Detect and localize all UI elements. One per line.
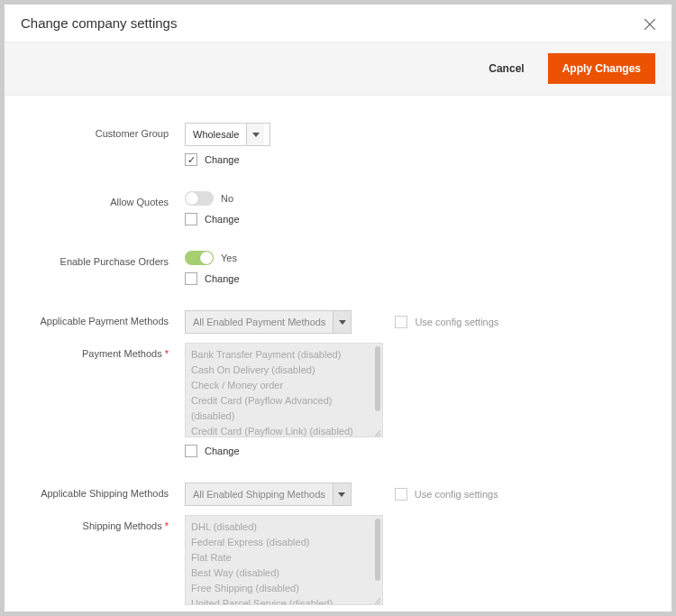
list-item[interactable]: Credit Card (Payflow Advanced) (disabled… <box>191 393 377 424</box>
payment-methods-listbox[interactable]: Bank Transfer Payment (disabled)Cash On … <box>185 343 383 437</box>
payment-use-config-checkbox[interactable] <box>395 316 407 328</box>
list-item[interactable]: Federal Express (disabled) <box>191 535 377 550</box>
list-item[interactable]: Credit Card (Payflow Link) (disabled) <box>191 424 377 437</box>
label-payment-methods: Payment Methods <box>23 343 185 359</box>
customer-group-change-checkbox[interactable] <box>185 153 197 166</box>
resize-handle[interactable] <box>373 595 382 604</box>
chevron-down-icon <box>246 124 264 145</box>
chevron-down-icon <box>333 311 351 333</box>
shipping-methods-items: DHL (disabled)Federal Express (disabled)… <box>186 516 382 605</box>
label-applicable-payment: Applicable Payment Methods <box>23 310 185 326</box>
payment-change-checkbox[interactable] <box>185 445 197 457</box>
allow-quotes-change-checkbox[interactable] <box>185 213 197 225</box>
list-item[interactable]: DHL (disabled) <box>191 519 377 535</box>
enable-po-state: Yes <box>221 253 237 263</box>
resize-handle[interactable] <box>373 428 382 437</box>
allow-quotes-toggle[interactable] <box>185 191 214 206</box>
shipping-methods-listbox[interactable]: DHL (disabled)Federal Express (disabled)… <box>185 515 383 605</box>
list-item[interactable]: United Parcel Service (disabled) <box>191 596 377 605</box>
enable-po-toggle[interactable] <box>185 251 214 265</box>
close-icon[interactable] <box>641 15 659 33</box>
form-body: Customer Group Wholesale Change <box>5 96 671 611</box>
customer-group-change-label: Change <box>205 154 240 165</box>
label-shipping-methods: Shipping Methods <box>23 515 185 531</box>
payment-use-config-label: Use config settings <box>415 317 498 327</box>
list-item[interactable]: Check / Money order <box>191 378 377 393</box>
list-item[interactable]: Flat Rate <box>191 550 377 565</box>
dialog-header: Change company settings <box>5 5 671 41</box>
scrollbar[interactable] <box>375 519 380 581</box>
applicable-shipping-value: All Enabled Shipping Methods <box>186 489 333 500</box>
list-item[interactable]: Bank Transfer Payment (disabled) <box>191 347 377 363</box>
enable-po-change-checkbox[interactable] <box>185 272 197 285</box>
payment-methods-items: Bank Transfer Payment (disabled)Cash On … <box>186 344 382 437</box>
label-applicable-shipping: Applicable Shipping Methods <box>23 483 185 499</box>
allow-quotes-state: No <box>221 193 233 204</box>
customer-group-select[interactable]: Wholesale <box>185 123 270 146</box>
chevron-down-icon <box>333 483 351 505</box>
cancel-button[interactable]: Cancel <box>483 61 529 76</box>
label-enable-po: Enable Purchase Orders <box>23 251 185 267</box>
payment-change-label: Change <box>205 446 240 456</box>
applicable-payment-select[interactable]: All Enabled Payment Methods <box>185 310 352 334</box>
dialog-title: Change company settings <box>21 15 177 31</box>
applicable-payment-value: All Enabled Payment Methods <box>186 317 333 327</box>
allow-quotes-change-label: Change <box>205 214 240 225</box>
company-settings-dialog: Change company settings Cancel Apply Cha… <box>5 5 671 611</box>
list-item[interactable]: Free Shipping (disabled) <box>191 581 377 596</box>
applicable-shipping-select[interactable]: All Enabled Shipping Methods <box>185 483 352 506</box>
list-item[interactable]: Best Way (disabled) <box>191 565 377 581</box>
list-item[interactable]: Cash On Delivery (disabled) <box>191 363 377 378</box>
apply-changes-button[interactable]: Apply Changes <box>548 53 655 84</box>
shipping-use-config-checkbox[interactable] <box>395 488 407 501</box>
scrollbar[interactable] <box>375 346 380 411</box>
label-customer-group: Customer Group <box>23 123 185 139</box>
enable-po-change-label: Change <box>205 273 240 284</box>
shipping-use-config-label: Use config settings <box>415 489 498 500</box>
actions-bar: Cancel Apply Changes <box>5 41 671 96</box>
label-allow-quotes: Allow Quotes <box>23 191 185 207</box>
customer-group-value: Wholesale <box>186 129 246 140</box>
